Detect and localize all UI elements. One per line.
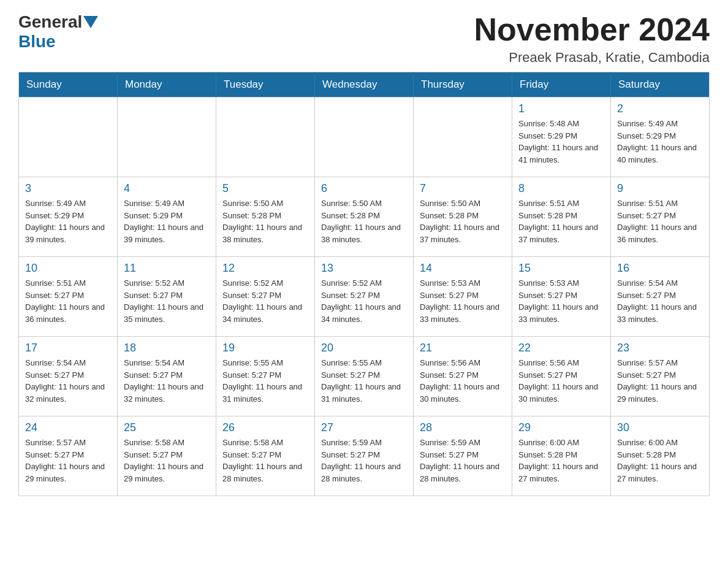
calendar-cell: 18Sunrise: 5:54 AMSunset: 5:27 PMDayligh… bbox=[118, 337, 216, 416]
calendar-cell: 21Sunrise: 5:56 AMSunset: 5:27 PMDayligh… bbox=[414, 337, 512, 416]
day-info: Sunrise: 5:53 AMSunset: 5:27 PMDaylight:… bbox=[420, 277, 506, 325]
calendar-cell: 13Sunrise: 5:52 AMSunset: 5:27 PMDayligh… bbox=[315, 257, 414, 337]
weekday-header-tuesday: Tuesday bbox=[216, 72, 315, 98]
day-number: 4 bbox=[124, 182, 210, 195]
day-info: Sunrise: 5:54 AMSunset: 5:27 PMDaylight:… bbox=[124, 357, 210, 405]
day-number: 1 bbox=[518, 102, 604, 115]
day-info: Sunrise: 5:51 AMSunset: 5:28 PMDaylight:… bbox=[518, 197, 604, 245]
calendar-table: SundayMondayTuesdayWednesdayThursdayFrid… bbox=[18, 72, 710, 496]
day-info: Sunrise: 5:59 AMSunset: 5:27 PMDaylight:… bbox=[321, 437, 407, 484]
day-info: Sunrise: 5:55 AMSunset: 5:27 PMDaylight:… bbox=[222, 357, 308, 405]
day-number: 29 bbox=[518, 421, 604, 434]
day-number: 18 bbox=[124, 342, 210, 354]
calendar-cell: 11Sunrise: 5:52 AMSunset: 5:27 PMDayligh… bbox=[118, 257, 216, 337]
day-info: Sunrise: 5:57 AMSunset: 5:27 PMDaylight:… bbox=[25, 437, 111, 484]
day-info: Sunrise: 5:50 AMSunset: 5:28 PMDaylight:… bbox=[321, 197, 407, 245]
calendar-cell: 12Sunrise: 5:52 AMSunset: 5:27 PMDayligh… bbox=[216, 257, 315, 337]
calendar-cell: 28Sunrise: 5:59 AMSunset: 5:27 PMDayligh… bbox=[414, 416, 512, 496]
day-info: Sunrise: 5:52 AMSunset: 5:27 PMDaylight:… bbox=[321, 277, 407, 325]
day-number: 15 bbox=[518, 262, 604, 275]
day-number: 12 bbox=[222, 262, 308, 275]
calendar-cell: 10Sunrise: 5:51 AMSunset: 5:27 PMDayligh… bbox=[19, 257, 118, 337]
calendar-cell: 29Sunrise: 6:00 AMSunset: 5:28 PMDayligh… bbox=[512, 416, 611, 496]
day-number: 22 bbox=[518, 342, 604, 354]
day-number: 25 bbox=[124, 421, 210, 434]
day-number: 9 bbox=[617, 182, 703, 195]
calendar-cell: 2Sunrise: 5:49 AMSunset: 5:29 PMDaylight… bbox=[611, 98, 710, 177]
day-number: 10 bbox=[25, 262, 111, 275]
day-number: 17 bbox=[25, 342, 111, 354]
logo: General Blue bbox=[18, 12, 99, 52]
calendar-cell: 26Sunrise: 5:58 AMSunset: 5:27 PMDayligh… bbox=[216, 416, 315, 496]
calendar-week-5: 24Sunrise: 5:57 AMSunset: 5:27 PMDayligh… bbox=[19, 416, 710, 496]
calendar-header: SundayMondayTuesdayWednesdayThursdayFrid… bbox=[19, 72, 710, 98]
calendar-cell bbox=[414, 98, 512, 177]
day-number: 16 bbox=[617, 262, 703, 275]
logo-general: General bbox=[18, 12, 82, 32]
day-number: 14 bbox=[420, 262, 506, 275]
weekday-header-wednesday: Wednesday bbox=[315, 72, 414, 98]
day-number: 19 bbox=[222, 342, 308, 354]
day-info: Sunrise: 5:54 AMSunset: 5:27 PMDaylight:… bbox=[25, 357, 111, 405]
day-info: Sunrise: 5:58 AMSunset: 5:27 PMDaylight:… bbox=[222, 437, 308, 484]
day-info: Sunrise: 5:52 AMSunset: 5:27 PMDaylight:… bbox=[124, 277, 210, 325]
day-info: Sunrise: 5:54 AMSunset: 5:27 PMDaylight:… bbox=[617, 277, 703, 325]
calendar-cell: 25Sunrise: 5:58 AMSunset: 5:27 PMDayligh… bbox=[118, 416, 216, 496]
day-number: 27 bbox=[321, 421, 407, 434]
calendar-cell: 5Sunrise: 5:50 AMSunset: 5:28 PMDaylight… bbox=[216, 177, 315, 257]
location-title: Preaek Prasab, Kratie, Cambodia bbox=[474, 50, 710, 66]
logo-blue-text: Blue bbox=[18, 32, 56, 52]
title-section: November 2024 Preaek Prasab, Kratie, Cam… bbox=[474, 12, 710, 66]
logo-blue: Blue bbox=[18, 32, 56, 51]
day-number: 24 bbox=[25, 421, 111, 434]
day-info: Sunrise: 5:53 AMSunset: 5:27 PMDaylight:… bbox=[518, 277, 604, 325]
calendar-cell: 9Sunrise: 5:51 AMSunset: 5:27 PMDaylight… bbox=[611, 177, 710, 257]
calendar-week-1: 1Sunrise: 5:48 AMSunset: 5:29 PMDaylight… bbox=[19, 98, 710, 177]
weekday-header-monday: Monday bbox=[118, 72, 216, 98]
day-info: Sunrise: 5:50 AMSunset: 5:28 PMDaylight:… bbox=[420, 197, 506, 245]
day-number: 5 bbox=[222, 182, 308, 195]
day-number: 20 bbox=[321, 342, 407, 354]
day-info: Sunrise: 6:00 AMSunset: 5:28 PMDaylight:… bbox=[617, 437, 703, 484]
calendar-cell: 1Sunrise: 5:48 AMSunset: 5:29 PMDaylight… bbox=[512, 98, 611, 177]
day-number: 7 bbox=[420, 182, 506, 195]
day-number: 23 bbox=[617, 342, 703, 354]
day-info: Sunrise: 5:55 AMSunset: 5:27 PMDaylight:… bbox=[321, 357, 407, 405]
weekday-header-sunday: Sunday bbox=[19, 72, 118, 98]
day-info: Sunrise: 5:52 AMSunset: 5:27 PMDaylight:… bbox=[222, 277, 308, 325]
calendar-cell: 8Sunrise: 5:51 AMSunset: 5:28 PMDaylight… bbox=[512, 177, 611, 257]
day-number: 6 bbox=[321, 182, 407, 195]
day-number: 8 bbox=[518, 182, 604, 195]
calendar-week-4: 17Sunrise: 5:54 AMSunset: 5:27 PMDayligh… bbox=[19, 337, 710, 416]
day-info: Sunrise: 5:51 AMSunset: 5:27 PMDaylight:… bbox=[25, 277, 111, 325]
logo-triangle-icon bbox=[83, 16, 98, 28]
day-info: Sunrise: 5:49 AMSunset: 5:29 PMDaylight:… bbox=[617, 118, 703, 166]
calendar-cell bbox=[216, 98, 315, 177]
calendar-week-3: 10Sunrise: 5:51 AMSunset: 5:27 PMDayligh… bbox=[19, 257, 710, 337]
calendar-cell: 23Sunrise: 5:57 AMSunset: 5:27 PMDayligh… bbox=[611, 337, 710, 416]
day-info: Sunrise: 5:56 AMSunset: 5:27 PMDaylight:… bbox=[518, 357, 604, 405]
day-number: 30 bbox=[617, 421, 703, 434]
day-info: Sunrise: 5:59 AMSunset: 5:27 PMDaylight:… bbox=[420, 437, 506, 484]
day-number: 21 bbox=[420, 342, 506, 354]
calendar-cell bbox=[118, 98, 216, 177]
day-number: 3 bbox=[25, 182, 111, 195]
day-number: 28 bbox=[420, 421, 506, 434]
weekday-header-saturday: Saturday bbox=[611, 72, 710, 98]
day-number: 11 bbox=[124, 262, 210, 275]
day-number: 13 bbox=[321, 262, 407, 275]
calendar-cell: 24Sunrise: 5:57 AMSunset: 5:27 PMDayligh… bbox=[19, 416, 118, 496]
day-number: 26 bbox=[222, 421, 308, 434]
calendar-week-2: 3Sunrise: 5:49 AMSunset: 5:29 PMDaylight… bbox=[19, 177, 710, 257]
day-number: 2 bbox=[617, 102, 703, 115]
day-info: Sunrise: 5:48 AMSunset: 5:29 PMDaylight:… bbox=[518, 118, 604, 166]
calendar-body: 1Sunrise: 5:48 AMSunset: 5:29 PMDaylight… bbox=[19, 98, 710, 496]
day-info: Sunrise: 5:56 AMSunset: 5:27 PMDaylight:… bbox=[420, 357, 506, 405]
calendar-cell: 19Sunrise: 5:55 AMSunset: 5:27 PMDayligh… bbox=[216, 337, 315, 416]
day-info: Sunrise: 5:49 AMSunset: 5:29 PMDaylight:… bbox=[124, 197, 210, 245]
calendar-cell: 16Sunrise: 5:54 AMSunset: 5:27 PMDayligh… bbox=[611, 257, 710, 337]
weekday-header-row: SundayMondayTuesdayWednesdayThursdayFrid… bbox=[19, 72, 710, 98]
calendar-cell: 3Sunrise: 5:49 AMSunset: 5:29 PMDaylight… bbox=[19, 177, 118, 257]
month-title: November 2024 bbox=[474, 12, 710, 47]
calendar-cell: 15Sunrise: 5:53 AMSunset: 5:27 PMDayligh… bbox=[512, 257, 611, 337]
